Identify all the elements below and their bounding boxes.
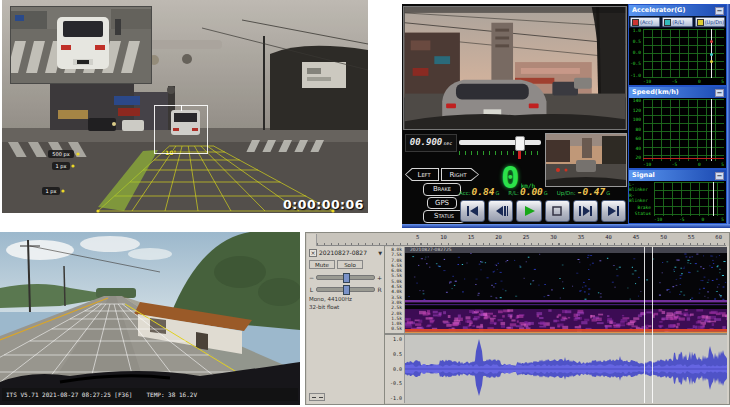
play-icon[interactable]: [516, 200, 541, 222]
dashcam-rural-video: ITS V5.71 2021-08-27 08:27:25 [F36] TEMP…: [0, 232, 300, 405]
skip-end-icon[interactable]: [601, 200, 626, 222]
step-back-icon[interactable]: [488, 200, 513, 222]
speed-panel-title: Speed(km/h) −: [629, 87, 726, 98]
speed-graph-panel: Speed(km/h) − 14012010080604020 -10-505: [629, 87, 726, 168]
solo-button[interactable]: Solo: [337, 260, 363, 269]
vehicle-bounding-box: [154, 105, 208, 154]
speed-plot: 14012010080604020 -10-505: [629, 98, 726, 168]
front-scene: [404, 7, 626, 129]
track-menu-icon[interactable]: ▼: [378, 250, 382, 256]
brake-button[interactable]: Brake: [423, 183, 461, 196]
seek-slider[interactable]: [459, 140, 541, 145]
telemetry-item: R/L:0.00G: [508, 186, 547, 197]
minimize-button[interactable]: −: [715, 172, 724, 180]
rl-point: [710, 53, 713, 56]
telemetry-item: Up/Dn:-0.47G: [557, 186, 610, 197]
pan-slider-thumb[interactable]: [343, 285, 350, 295]
mute-button[interactable]: Mute: [309, 260, 335, 269]
pan-left-label: L: [309, 286, 314, 293]
left-channel-button[interactable]: Left: [405, 168, 439, 181]
tick-label: 20: [636, 156, 641, 161]
gain-slider[interactable]: [316, 275, 375, 280]
waveform-view[interactable]: [405, 335, 727, 403]
dashboard-silhouette: [0, 232, 300, 405]
seek-slider-thumb[interactable]: [515, 136, 525, 151]
tick-label: R-Blinker: [629, 193, 651, 203]
tick-label: 0: [698, 162, 701, 168]
tick-label: 0.0: [633, 51, 641, 56]
telemetry-sidebar: Accelerator(G) − (Acc)(R/L)(Up/Dn) 1.00.…: [628, 4, 727, 224]
rear-camera-inset: [10, 6, 152, 84]
speed-y-ticks: 14012010080604020: [629, 99, 642, 161]
accelerator-plot: 1.00.50.0-0.5-1.0 -10-505: [629, 28, 726, 85]
legend-button-1[interactable]: (R/L): [662, 17, 692, 27]
seek-tick-scale: [459, 151, 541, 159]
amplitude-scale: 1.00.50.0-0.5-1.0: [385, 335, 405, 403]
gain-slider-thumb[interactable]: [343, 273, 350, 283]
legend-swatch: [664, 19, 671, 26]
tick-label: -1.0: [630, 74, 641, 79]
updn-point: [710, 60, 713, 63]
playhead-line: [652, 247, 653, 403]
tick-label: 35: [578, 234, 585, 244]
status-button[interactable]: Status: [423, 210, 465, 223]
tick-label: -1.0: [390, 396, 402, 401]
gps-button[interactable]: GPS: [427, 197, 457, 209]
speed-x-ticks: -10-505: [643, 162, 724, 168]
tick-label: 5: [721, 162, 724, 168]
accelerator-panel-title: Accelerator(G) −: [629, 5, 726, 16]
measure-badge-1px-b: 1 px: [42, 187, 60, 195]
video-osd-bar: ITS V5.71 2021-08-27 08:27:25 [F36] TEMP…: [2, 388, 298, 401]
tick-label: 1.0: [633, 29, 641, 34]
tick-label: 120: [633, 109, 641, 114]
spectrogram-view[interactable]: [405, 253, 727, 333]
tick-label: 0.5k: [391, 327, 402, 332]
legend-button-2[interactable]: (Up/Dn): [695, 17, 725, 27]
frame-time-unit: sec: [443, 140, 452, 146]
legend-label: (Acc): [640, 19, 653, 25]
stop-icon[interactable]: [545, 200, 570, 222]
track-title: 20210827-0827: [319, 249, 376, 256]
step-forward-icon[interactable]: [573, 200, 598, 222]
tick-label: 1.0: [393, 337, 402, 342]
minimize-button[interactable]: −: [715, 7, 724, 15]
right-channel-button[interactable]: Right: [441, 168, 479, 181]
accel-x-ticks: -10-505: [643, 79, 724, 85]
tick-label: 55: [688, 234, 695, 244]
signal-plot: L-BlinkerR-BlinkerBrakeStatus -10-505: [629, 181, 726, 223]
tick-label: L-Blinker: [629, 182, 651, 192]
tick-label: -5: [672, 162, 677, 168]
tick-label: 5: [416, 234, 419, 244]
legend-button-0[interactable]: (Acc): [630, 17, 660, 27]
ruler-tick-labels: 51015202530354045505560: [416, 234, 722, 244]
minimize-button[interactable]: −: [715, 89, 724, 97]
tick-label: 40: [636, 147, 641, 152]
track-bitdepth-info: 32-bit float: [309, 304, 382, 310]
measure-badge-1px-a: 1 px: [52, 162, 70, 170]
track-close-button[interactable]: ×: [309, 249, 317, 257]
audio-editor-window: 51015202530354045505560 × 20210827-0827 …: [305, 232, 730, 405]
frame-time-value: 00.900: [410, 137, 443, 147]
rear-camera-thumbnail[interactable]: [545, 133, 627, 187]
blackbox-player-window: 00.900sec: [402, 4, 730, 228]
g-sensor-readout: Acc:0.84GR/L:0.00GUp/Dn:-0.47G: [459, 186, 627, 199]
window-frame: [402, 224, 730, 228]
tick-label: 0: [698, 79, 701, 85]
tick-label: 140: [633, 99, 641, 104]
video-timestamp: 0:00:00:06: [283, 197, 364, 212]
telemetry-item: Acc:0.84G: [459, 186, 499, 197]
accel-y-ticks: 1.00.50.0-0.5-1.0: [629, 29, 642, 78]
right-button-label: Right: [449, 171, 466, 179]
seek-position-marker: [518, 151, 521, 159]
tick-label: -5: [672, 79, 677, 85]
composite-screenshot: 500 px 1 px 1 px 10° 0:00:00:06: [0, 0, 730, 407]
tick-label: 15: [468, 234, 475, 244]
dashcam-calibration-video: 500 px 1 px 1 px 10° 0:00:00:06: [2, 0, 368, 213]
tick-label: 0.5: [633, 40, 641, 45]
pan-slider[interactable]: [316, 287, 375, 292]
zoom-widget[interactable]: [309, 393, 325, 401]
skip-start-icon[interactable]: [460, 200, 485, 222]
tick-label: 20: [495, 234, 502, 244]
vertical-scrollbar[interactable]: [727, 246, 729, 404]
tick-label: -10: [643, 162, 651, 168]
